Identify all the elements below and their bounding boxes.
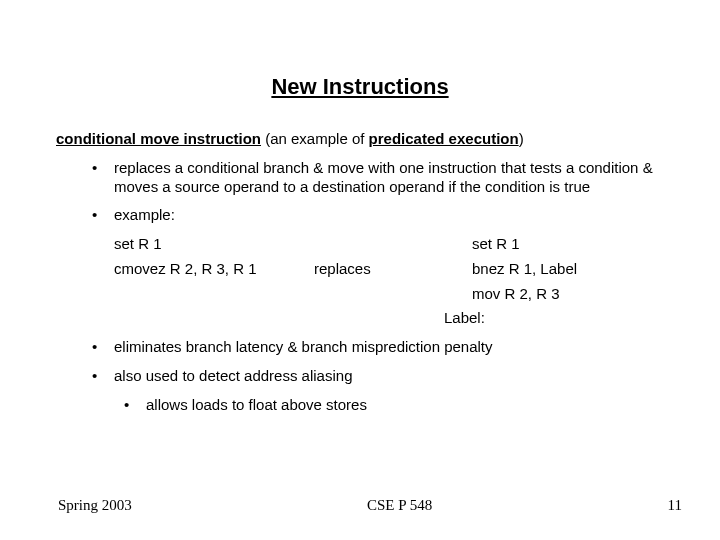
bullet-example: example: xyxy=(56,206,664,225)
example-row-3: mov R 2, R 3 xyxy=(114,285,664,304)
footer-left: Spring 2003 xyxy=(58,497,132,514)
ex-r2-left: cmovez R 2, R 3, R 1 xyxy=(114,260,314,279)
example-block: set R 1 set R 1 cmovez R 2, R 3, R 1 rep… xyxy=(56,235,664,328)
bullet-replaces: replaces a conditional branch & move wit… xyxy=(56,159,664,197)
ex-r1-right: set R 1 xyxy=(464,235,664,254)
ex-r2-right: bnez R 1, Label xyxy=(464,260,664,279)
bullet-eliminates: eliminates branch latency & branch mispr… xyxy=(56,338,664,357)
slide-content: conditional move instruction (an example… xyxy=(0,130,720,414)
main-term-2: predicated execution xyxy=(369,130,519,147)
ex-r3-right: mov R 2, R 3 xyxy=(464,285,664,304)
ex-r1-left: set R 1 xyxy=(114,235,314,254)
main-term-1: conditional move instruction xyxy=(56,130,261,147)
ex-r2-mid: replaces xyxy=(314,260,464,279)
ex-r3-mid xyxy=(314,285,464,304)
ex-r3-left xyxy=(114,285,314,304)
example-row-2: cmovez R 2, R 3, R 1 replaces bnez R 1, … xyxy=(114,260,664,279)
slide: New Instructions conditional move instru… xyxy=(0,0,720,540)
main-line: conditional move instruction (an example… xyxy=(56,130,664,149)
example-label: Label: xyxy=(114,309,664,328)
footer-center: CSE P 548 xyxy=(132,497,668,514)
bullet-aliasing: also used to detect address aliasing xyxy=(56,367,664,386)
main-suffix: ) xyxy=(519,130,524,147)
ex-r1-mid xyxy=(314,235,464,254)
slide-title: New Instructions xyxy=(0,0,720,130)
example-row-1: set R 1 set R 1 xyxy=(114,235,664,254)
footer-right: 11 xyxy=(668,497,682,514)
main-mid: (an example of xyxy=(261,130,369,147)
bullet-loads-float: allows loads to float above stores xyxy=(56,396,664,415)
slide-footer: Spring 2003 CSE P 548 11 xyxy=(0,497,720,514)
